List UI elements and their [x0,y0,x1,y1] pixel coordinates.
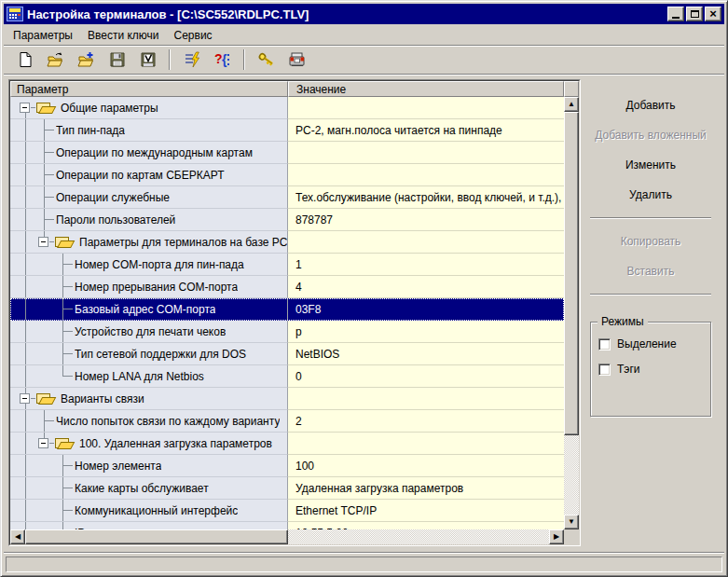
scroll-left-button[interactable]: ◀ [10,529,25,544]
action-button[interactable]: Добавить вложенный [590,120,711,150]
key-button[interactable] [251,48,282,72]
table-row[interactable]: Параметры для терминалов на базе PC [10,231,564,254]
value-cell[interactable]: Тех.обслуживание (настройки, ввод ключей… [288,186,564,209]
column-header-parameter[interactable]: Параметр [10,81,288,97]
table-row[interactable]: 100. Удаленная загрузка параметров [10,433,564,455]
value-cell[interactable]: Удаленная загрузка параметров [288,477,564,500]
value-cell[interactable]: NetBIOS [288,343,564,365]
scroll-down-button[interactable]: ▼ [564,515,579,529]
param-cell[interactable]: Операции по картам СБЕРКАРТ [10,164,288,186]
table-row[interactable]: Тип сетевой поддержки для DOSNetBIOS [10,343,564,365]
close-button[interactable]: × [705,7,721,21]
receipt-printer-button[interactable] [282,48,312,72]
expand-box[interactable] [20,103,30,113]
param-cell[interactable]: Коммуникационный интерфейс [10,500,288,522]
expand-box[interactable] [38,438,48,448]
param-cell[interactable]: Варианты связи [10,388,288,410]
value-cell[interactable]: 10.55.5.20 [288,522,564,529]
table-row[interactable]: Номер элемента100 [10,455,564,477]
param-cell[interactable]: 100. Удаленная загрузка параметров [10,433,288,455]
value-cell[interactable]: 4 [288,276,564,298]
table-row[interactable]: Варианты связи [10,388,564,410]
table-row[interactable]: Номер прерывания COM-порта4 [10,276,564,298]
value-cell[interactable] [288,142,564,164]
param-cell[interactable]: Тип сетевой поддержки для DOS [10,343,288,365]
save-keys-button[interactable] [132,48,163,72]
vertical-scrollbar-thumb[interactable] [564,112,579,435]
param-cell[interactable]: Операции служебные [10,186,288,209]
open-file-button[interactable] [40,48,71,72]
column-header-value[interactable]: Значение [288,81,564,97]
param-cell[interactable]: Число попыток связи по каждому варианту [10,410,288,433]
param-cell[interactable]: Номер элемента [10,455,288,477]
table-row[interactable]: Номер LANA для Netbios0 [10,365,564,388]
param-cell[interactable]: Пароли пользователей [10,209,288,231]
value-cell[interactable] [288,231,564,254]
param-cell[interactable]: IP-адрес хоста [10,522,288,529]
vertical-scrollbar-track[interactable] [564,435,579,515]
value-cell[interactable]: 1 [288,254,564,276]
param-cell[interactable]: Номер COM-порта для пин-пада [10,254,288,276]
param-cell[interactable]: Какие карты обслуживает [10,477,288,500]
value-cell[interactable] [288,433,564,455]
value-cell[interactable]: 03F8 [288,298,564,321]
param-cell[interactable]: Номер LANA для Netbios [10,365,288,388]
action-button[interactable]: Добавить [590,90,711,120]
menu-item[interactable]: Ввести ключи [80,27,167,44]
tree-guide [34,522,53,529]
param-cell[interactable]: Номер прерывания COM-порта [10,276,288,298]
help-structure-button[interactable]: ? { [207,48,238,72]
value-cell[interactable]: p [288,321,564,343]
expand-box[interactable] [38,237,48,247]
value-cell[interactable] [288,164,564,186]
param-cell[interactable]: Операции по международным картам [10,142,288,164]
menu-item[interactable]: Сервис [167,27,220,44]
value-cell[interactable]: 878787 [288,209,564,231]
value-cell[interactable]: PC-2, магн.полоса читается на пинпаде [288,119,564,142]
table-row[interactable]: Устройство для печати чековp [10,321,564,343]
horizontal-scrollbar-track[interactable] [288,529,549,544]
table-row[interactable]: Операции по картам СБЕРКАРТ [10,164,564,186]
action-button[interactable]: Изменить [590,150,711,180]
value-cell[interactable] [288,388,564,410]
action-button[interactable]: Удалить [590,180,711,210]
arrow-up-icon: ▲ [568,101,575,108]
value-cell[interactable]: Ethernet TCP/IP [288,500,564,522]
horizontal-scrollbar-thumb[interactable] [25,529,288,544]
checkbox[interactable] [598,364,611,376]
minimize-button[interactable] [667,7,684,21]
app-icon[interactable] [7,7,23,21]
expand-box[interactable] [20,393,30,404]
param-cell[interactable]: Параметры для терминалов на базе PC [10,231,288,254]
table-row[interactable]: Номер COM-порта для пин-пада1 [10,254,564,276]
open-append-button[interactable] [71,48,102,72]
table-row[interactable]: Коммуникационный интерфейсEthernet TCP/I… [10,500,564,522]
value-cell[interactable]: 100 [288,455,564,477]
table-row[interactable]: Общие параметры [10,97,564,119]
value-cell[interactable] [288,97,564,119]
scroll-right-button[interactable]: ▶ [549,529,564,544]
table-row[interactable]: IP-адрес хоста10.55.5.20 [10,522,564,529]
value-cell[interactable]: 2 [288,410,564,433]
table-row[interactable]: Какие карты обслуживаетУдаленная загрузк… [10,477,564,500]
table-row[interactable]: Тип пин-падаPC-2, магн.полоса читается н… [10,119,564,142]
list-lightning-button[interactable] [176,48,207,72]
param-cell[interactable]: Базовый адрес COM-порта [10,298,288,321]
param-cell[interactable]: Общие параметры [10,97,288,119]
table-row[interactable]: Операции по международным картам [10,142,564,164]
checkbox[interactable] [598,338,611,350]
maximize-button[interactable] [686,7,703,21]
value-cell[interactable]: 0 [288,365,564,388]
table-row[interactable]: Пароли пользователей878787 [10,209,564,231]
action-button[interactable]: Копировать [590,227,711,256]
action-button[interactable]: Вставить [590,256,711,286]
table-row[interactable]: Операции служебныеТех.обслуживание (наст… [10,186,564,209]
new-file-button[interactable] [9,48,40,72]
menu-item[interactable]: Параметры [6,27,80,44]
scroll-up-button[interactable]: ▲ [564,97,579,112]
save-button[interactable] [102,48,132,72]
param-cell[interactable]: Тип пин-пада [10,119,288,142]
param-cell[interactable]: Устройство для печати чеков [10,321,288,343]
table-row[interactable]: Число попыток связи по каждому варианту2 [10,410,564,433]
table-row[interactable]: Базовый адрес COM-порта03F8 [10,298,564,321]
